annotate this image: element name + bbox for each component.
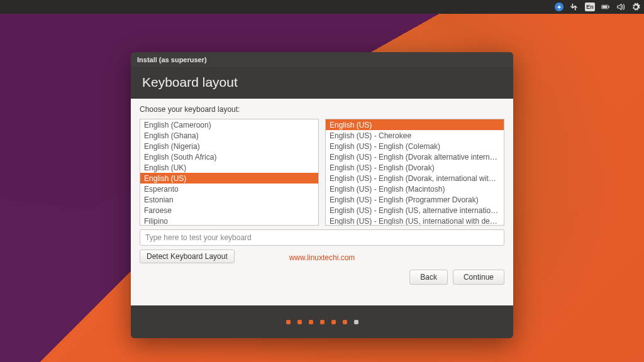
layout-lists: English (Cameroon)English (Ghana)English… [140, 119, 504, 226]
keyboard-indicator-icon[interactable]: En [585, 3, 595, 11]
progress-dot [320, 320, 325, 324]
page-heading: Keyboard layout [142, 75, 502, 90]
continue-button[interactable]: Continue [453, 270, 504, 285]
variant-list-item[interactable]: English (US) - Cherokee [326, 130, 504, 141]
battery-icon[interactable] [601, 3, 610, 11]
language-list-item[interactable]: Estonian [140, 194, 318, 205]
keyboard-test-input[interactable] [140, 229, 504, 246]
progress-dot [286, 320, 291, 324]
gear-icon[interactable] [631, 3, 640, 11]
language-list-item[interactable]: Faroese [140, 205, 318, 216]
variant-list-item[interactable]: English (US) [326, 119, 504, 130]
variant-list-item[interactable]: English (US) - English (Dvorak) [326, 162, 504, 173]
volume-icon[interactable] [616, 3, 625, 11]
language-list-item[interactable]: English (US) [140, 173, 318, 184]
variant-listbox[interactable]: English (US)English (US) - CherokeeEngli… [325, 119, 504, 226]
language-list-item[interactable]: Filipino [140, 216, 318, 226]
window-titlebar: Install (as superuser) [131, 52, 513, 67]
system-top-bar: ✦ En [0, 0, 644, 14]
language-list-item[interactable]: Esperanto [140, 184, 318, 194]
installer-window: Install (as superuser) Keyboard layout C… [131, 52, 513, 338]
language-list-item[interactable]: English (UK) [140, 162, 318, 173]
choose-label: Choose your keyboard layout: [140, 105, 504, 114]
variant-list-item[interactable]: English (US) - English (Dvorak, internat… [326, 173, 504, 184]
header-pane: Keyboard layout [131, 67, 513, 99]
language-list-item[interactable]: English (Nigeria) [140, 141, 318, 151]
svg-rect-1 [609, 6, 609, 8]
variant-list-item[interactable]: English (US) - English (Dvorak alternati… [326, 151, 504, 162]
variant-list-item[interactable]: English (US) - English (Macintosh) [326, 184, 504, 194]
progress-dots [131, 305, 513, 338]
variant-list-item[interactable]: English (US) - English (Programmer Dvora… [326, 194, 504, 205]
progress-dot [343, 320, 347, 324]
language-list-item[interactable]: English (Cameroon) [140, 119, 318, 130]
window-title: Install (as superuser) [137, 56, 207, 63]
progress-dot [354, 320, 358, 324]
variant-list-item[interactable]: English (US) - English (US, alternative … [326, 205, 504, 216]
progress-dot [331, 320, 336, 324]
svg-rect-2 [602, 6, 608, 8]
watermark-text: www.linuxtechi.com [140, 253, 504, 262]
language-listbox[interactable]: English (Cameroon)English (Ghana)English… [140, 119, 319, 226]
accessibility-icon[interactable]: ✦ [555, 3, 564, 11]
language-list-item[interactable]: English (Ghana) [140, 130, 318, 141]
nav-buttons: Back Continue [140, 266, 504, 285]
variant-list-item[interactable]: English (US) - English (Colemak) [326, 141, 504, 151]
back-button[interactable]: Back [409, 270, 448, 285]
network-icon[interactable] [570, 3, 579, 11]
variant-list-item[interactable]: English (US) - English (US, internationa… [326, 216, 504, 226]
content-pane: Choose your keyboard layout: English (Ca… [131, 99, 513, 305]
progress-dot [309, 320, 313, 324]
progress-dot [297, 320, 302, 324]
language-list-item[interactable]: English (South Africa) [140, 151, 318, 162]
